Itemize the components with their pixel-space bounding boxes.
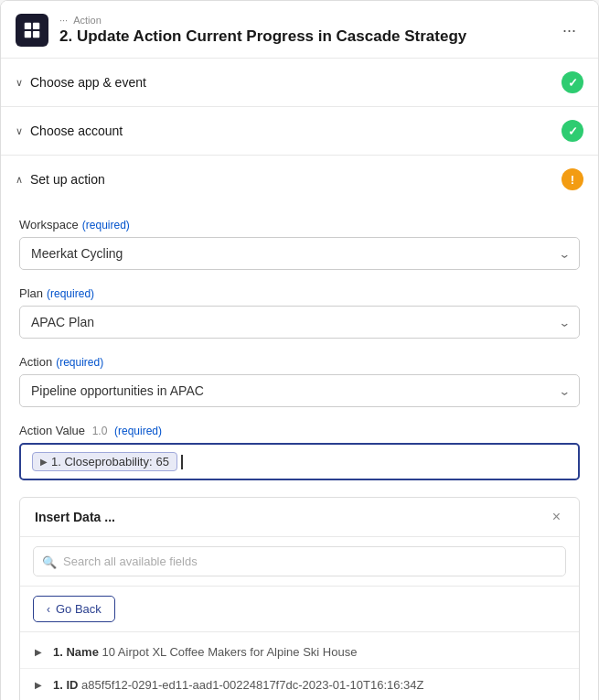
setup-action-status-icon (562, 168, 583, 190)
choose-app-status-icon (562, 71, 583, 93)
choose-app-chevron-icon: ∨ (16, 77, 23, 89)
search-icon: 🔍 (42, 555, 57, 568)
action-required: (required) (56, 356, 103, 369)
header-meta: ··· Action (59, 15, 466, 26)
data-list: ▶ 1. Name 10 Airpot XL Coffee Makers for… (20, 632, 579, 700)
action-select-wrapper: Pipeline opportunities in APAC (19, 374, 580, 407)
action-label: Action(required) (19, 355, 580, 369)
header-text: ··· Action 2. Update Action Current Prog… (59, 15, 466, 46)
list-item-value: 10 Airpot XL Coffee Makers for Alpine Sk… (102, 645, 358, 659)
choose-app-section: ∨ Choose app & event (1, 59, 598, 107)
token-chip: ▶ 1. Closeprobability: 65 (32, 452, 177, 471)
action-value-input[interactable]: ▶ 1. Closeprobability: 65 (19, 443, 580, 480)
header: ··· Action 2. Update Action Current Prog… (1, 1, 598, 59)
text-cursor (181, 455, 183, 469)
action-value-field-group: Action Value 1.0 (required) ▶ 1. Closepr… (19, 424, 580, 480)
go-back-chevron-icon: ‹ (47, 603, 50, 616)
setup-action-header[interactable]: ∧ Set up action (1, 156, 598, 203)
setup-action-chevron-icon: ∧ (16, 174, 23, 186)
workspace-field-group: Workspace(required) Meerkat Cycling (19, 218, 580, 270)
list-item[interactable]: ▶ 1. Name 10 Airpot XL Coffee Makers for… (20, 636, 579, 669)
workspace-select[interactable]: Meerkat Cycling (19, 237, 580, 270)
list-item[interactable]: ▶ 1. ID a85f5f12-0291-ed11-aad1-00224817… (20, 669, 579, 700)
token-value: 65 (156, 455, 169, 468)
insert-data-header: Insert Data ... × (20, 498, 579, 537)
choose-app-header[interactable]: ∨ Choose app & event (1, 59, 598, 106)
token-play-icon: ▶ (40, 457, 48, 467)
page-title: 2. Update Action Current Progress in Cas… (59, 27, 466, 46)
insert-data-panel: Insert Data ... × 🔍 ‹ Go Back (19, 497, 580, 700)
action-value-required: (required) (114, 425, 162, 437)
plan-required: (required) (47, 287, 94, 300)
token-label: 1. Closeprobability: (51, 455, 153, 468)
choose-account-header[interactable]: ∨ Choose account (1, 107, 598, 155)
action-value-label: Action Value 1.0 (required) (19, 424, 580, 437)
go-back-row: ‹ Go Back (20, 587, 579, 632)
choose-app-title-row: ∨ Choose app & event (16, 75, 146, 90)
go-back-button[interactable]: ‹ Go Back (33, 596, 115, 622)
choose-account-title-row: ∨ Choose account (16, 124, 123, 138)
more-options-button[interactable]: ··· (555, 17, 583, 44)
plan-field-group: Plan(required) APAC Plan (19, 286, 580, 339)
workspace-label: Workspace(required) (19, 218, 580, 232)
svg-rect-0 (25, 23, 31, 29)
setup-action-title-row: ∧ Set up action (16, 172, 105, 187)
go-back-label: Go Back (56, 602, 102, 616)
svg-rect-2 (25, 31, 31, 38)
list-item-label: 1. ID a85f5f12-0291-ed11-aad1-00224817f7… (53, 678, 424, 692)
workspace-select-wrapper: Meerkat Cycling (19, 237, 580, 270)
choose-account-section: ∨ Choose account (1, 107, 598, 156)
plan-label: Plan(required) (19, 286, 580, 300)
insert-data-search-area: 🔍 (20, 537, 579, 587)
header-left: ··· Action 2. Update Action Current Prog… (16, 14, 466, 47)
choose-account-status-icon (562, 120, 583, 142)
insert-data-close-button[interactable]: × (549, 509, 564, 525)
plan-select[interactable]: APAC Plan (19, 306, 580, 339)
workspace-required: (required) (82, 219, 130, 232)
app-container: ··· Action 2. Update Action Current Prog… (0, 0, 599, 700)
action-value-version: 1.0 (92, 425, 108, 437)
search-wrapper: 🔍 (33, 546, 566, 576)
insert-data-title: Insert Data ... (35, 510, 115, 524)
choose-app-label: Choose app & event (30, 75, 146, 90)
setup-action-section: ∧ Set up action Workspace(required) Meer… (1, 156, 598, 700)
action-field-group: Action(required) Pipeline opportunities … (19, 355, 580, 407)
list-item-value: a85f5f12-0291-ed11-aad1-00224817f7dc-202… (81, 678, 423, 692)
choose-account-label: Choose account (30, 124, 123, 138)
list-item-play-icon: ▶ (35, 647, 46, 657)
svg-rect-3 (33, 31, 39, 38)
list-item-label: 1. Name 10 Airpot XL Coffee Makers for A… (53, 645, 357, 659)
plan-select-wrapper: APAC Plan (19, 306, 580, 339)
app-logo-icon (22, 20, 42, 40)
app-icon (16, 14, 48, 47)
list-item-play-icon: ▶ (35, 680, 46, 690)
header-dots: ··· (59, 15, 68, 26)
setup-action-body: Workspace(required) Meerkat Cycling Plan… (1, 203, 598, 700)
action-select[interactable]: Pipeline opportunities in APAC (19, 374, 580, 407)
setup-action-label: Set up action (30, 172, 105, 187)
choose-account-chevron-icon: ∨ (16, 125, 23, 137)
search-input[interactable] (33, 546, 566, 576)
svg-rect-1 (33, 23, 39, 29)
header-meta-label: Action (73, 15, 102, 26)
